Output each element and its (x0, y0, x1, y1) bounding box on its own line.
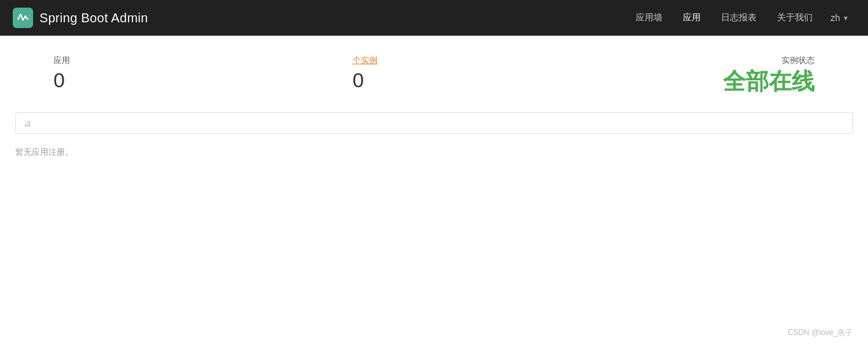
empty-state-message: 暂无应用注册。 (15, 144, 853, 161)
status-value: 全部在线 (723, 70, 815, 93)
status-label: 实例状态 (781, 55, 815, 66)
instances-label-text[interactable]: 个实例 (353, 55, 377, 65)
apps-value: 0 (53, 70, 65, 90)
stats-row: 应用 0 个实例 0 实例状态 全部在线 (15, 55, 853, 112)
navbar: Spring Boot Admin 应用墙 应用 日志报表 关于我们 zh ▼ (0, 0, 868, 36)
svg-point-1 (27, 18, 29, 20)
brand-logo-icon (13, 8, 33, 28)
lang-label: zh (830, 13, 840, 23)
instances-label: 个实例 (353, 55, 377, 66)
footer-watermark: CSDN @love_燕子 (788, 327, 853, 338)
nav-menu: 应用墙 应用 日志报表 关于我们 zh ▼ (627, 8, 855, 27)
nav-item-yingyongqiang[interactable]: 应用墙 (627, 8, 671, 27)
instances-value: 0 (353, 70, 364, 90)
apps-label: 应用 (53, 55, 70, 66)
svg-point-0 (17, 18, 19, 20)
language-selector[interactable]: zh ▼ (824, 9, 855, 27)
nav-item-guanyuwomen[interactable]: 关于我们 (768, 8, 822, 27)
filter-icon: ⊿ (24, 118, 31, 128)
main-content: 应用 0 个实例 0 实例状态 全部在线 ⊿ 暂无应用注册。 (0, 36, 868, 173)
apps-stat: 应用 0 (15, 55, 143, 90)
brand: Spring Boot Admin (13, 8, 627, 28)
instances-stat: 个实例 0 (143, 55, 377, 90)
lang-chevron-icon: ▼ (843, 15, 849, 22)
nav-item-rizhibaobiao[interactable]: 日志报表 (712, 8, 766, 27)
brand-title: Spring Boot Admin (39, 11, 148, 25)
status-stat: 实例状态 全部在线 (723, 55, 853, 93)
nav-item-yingyong[interactable]: 应用 (674, 8, 710, 27)
filter-bar: ⊿ (15, 112, 853, 134)
filter-input[interactable] (36, 118, 844, 128)
